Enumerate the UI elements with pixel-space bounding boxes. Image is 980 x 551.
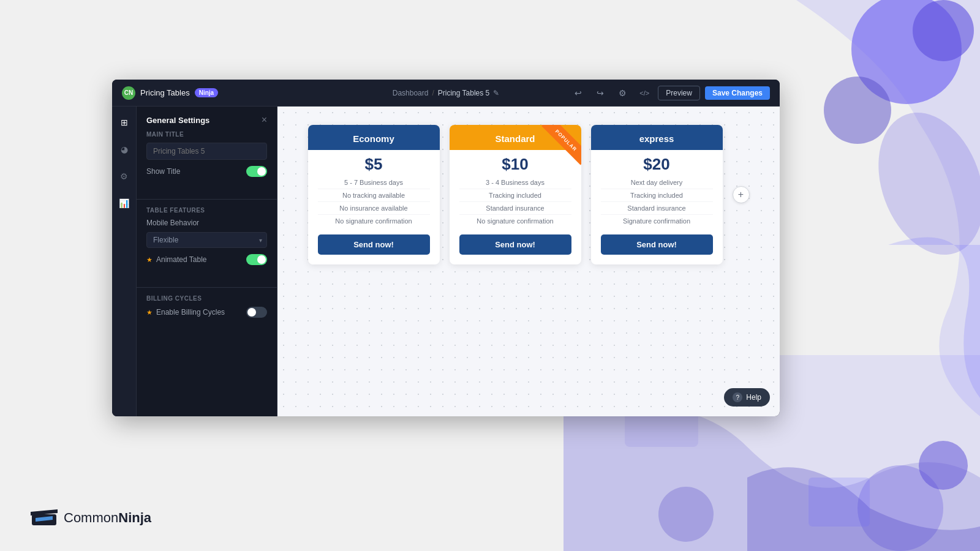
bottom-brand: CommonNinja: [31, 509, 151, 527]
preview-button[interactable]: Preview: [658, 86, 700, 100]
bottom-brand-text: CommonNinja: [64, 510, 151, 526]
add-column-button[interactable]: +: [733, 186, 750, 203]
brand-icon: CN: [122, 86, 135, 100]
brand-title: Pricing Tables: [140, 88, 190, 97]
divider-1: [137, 199, 277, 200]
panel-header: General Settings ×: [137, 107, 277, 131]
main-title-input[interactable]: [146, 143, 267, 160]
card-name-economy: Economy: [318, 133, 430, 144]
svg-point-6: [919, 441, 968, 490]
divider-2: [137, 287, 277, 288]
redo-button[interactable]: ↪: [592, 84, 609, 102]
popular-badge: POPULAR: [538, 125, 581, 168]
main-content: ⊞ ◕ ⚙ 📊 General Settings × Main Title Sh…: [112, 107, 780, 416]
breadcrumb-current: Pricing Tables 5: [438, 89, 490, 97]
card-button-standard[interactable]: Send now!: [459, 234, 571, 255]
sidebar-item-table[interactable]: ⊞: [116, 114, 133, 131]
mobile-behavior-wrapper: Flexible Stack Scroll: [146, 232, 267, 248]
show-title-toggle[interactable]: [246, 166, 267, 177]
sidebar-item-chart[interactable]: 📊: [116, 195, 133, 212]
card-body-express: $20 Next day delivery Tracking included …: [591, 150, 723, 264]
breadcrumb-separator: /: [432, 89, 434, 97]
show-title-row: Show Title: [146, 166, 267, 177]
save-button[interactable]: Save Changes: [705, 86, 770, 100]
card-feature: Signature confirmation: [601, 215, 713, 227]
star-icon-animated: ★: [146, 256, 153, 264]
card-name-express: express: [601, 133, 713, 144]
close-button[interactable]: ×: [262, 115, 267, 125]
sidebar-item-settings[interactable]: ⚙: [116, 168, 133, 185]
enable-billing-row: ★ Enable Billing Cycles: [146, 307, 267, 318]
svg-rect-8: [809, 478, 870, 527]
card-feature: No signature confirmation: [318, 215, 430, 227]
breadcrumb-home: Dashboard: [393, 89, 429, 97]
card-price-economy: $5: [318, 150, 430, 176]
enable-billing-toggle[interactable]: [246, 307, 267, 318]
card-header-economy: Economy: [308, 125, 440, 150]
svg-point-3: [860, 98, 980, 269]
mobile-behavior-select[interactable]: Flexible Stack Scroll: [146, 232, 267, 248]
card-feature: Standard insurance: [601, 202, 713, 215]
card-header-express: express: [591, 125, 723, 150]
animated-table-row: ★ Animated Table: [146, 254, 267, 265]
table-features-section: Table Features Mobile Behavior Flexible …: [137, 207, 277, 280]
card-feature: Standard insurance: [459, 202, 571, 215]
general-section: Main Title Show Title: [137, 131, 277, 192]
topbar: CN Pricing Tables Ninja Dashboard / Pric…: [112, 80, 780, 107]
table-features-title: Table Features: [146, 207, 267, 214]
animated-table-toggle[interactable]: [246, 254, 267, 265]
pricing-card-standard: POPULAR Standard $10 3 - 4 Business days…: [450, 125, 581, 264]
card-price-express: $20: [601, 150, 713, 176]
pricing-card-express: express $20 Next day delivery Tracking i…: [591, 125, 723, 264]
star-icon-billing: ★: [146, 309, 153, 317]
card-feature: No signature confirmation: [459, 215, 571, 227]
app-window: CN Pricing Tables Ninja Dashboard / Pric…: [112, 80, 780, 416]
show-title-label: Show Title: [146, 167, 180, 176]
card-button-express[interactable]: Send now!: [601, 234, 713, 255]
edit-icon[interactable]: ✎: [493, 89, 499, 97]
settings-button[interactable]: ⚙: [614, 84, 631, 102]
svg-point-1: [913, 0, 974, 61]
card-feature: No insurance available: [318, 202, 430, 215]
pricing-cards: Economy $5 5 - 7 Business days No tracki…: [308, 125, 750, 264]
preview-area: Economy $5 5 - 7 Business days No tracki…: [277, 107, 780, 416]
svg-point-5: [858, 465, 943, 551]
brand: CN Pricing Tables Ninja: [122, 86, 218, 100]
help-icon: ?: [733, 392, 742, 402]
sidebar-item-palette[interactable]: ◕: [116, 141, 133, 158]
card-feature: 5 - 7 Business days: [318, 176, 430, 189]
card-body-economy: $5 5 - 7 Business days No tracking avail…: [308, 150, 440, 264]
popular-badge-text: POPULAR: [541, 125, 581, 165]
enable-billing-label: Enable Billing Cycles: [156, 308, 243, 317]
pricing-card-economy: Economy $5 5 - 7 Business days No tracki…: [308, 125, 440, 264]
billing-cycles-section: Billing Cycles ★ Enable Billing Cycles: [137, 295, 277, 332]
help-button[interactable]: ? Help: [724, 388, 770, 407]
sidebar-icons: ⊞ ◕ ⚙ 📊: [112, 107, 137, 416]
svg-point-9: [658, 487, 714, 542]
mobile-behavior-row: Mobile Behavior: [146, 219, 267, 227]
undo-button[interactable]: ↩: [570, 84, 587, 102]
svg-point-0: [851, 0, 962, 104]
billing-cycles-title: Billing Cycles: [146, 295, 267, 302]
help-label: Help: [746, 393, 761, 402]
card-feature: Next day delivery: [601, 176, 713, 189]
ninja-badge: Ninja: [195, 88, 218, 97]
mobile-behavior-label: Mobile Behavior: [146, 219, 199, 227]
animated-table-label: Animated Table: [156, 255, 243, 264]
main-title-label: Main Title: [146, 131, 267, 138]
card-feature: 3 - 4 Business days: [459, 176, 571, 189]
bottom-brand-logo-icon: [31, 509, 58, 527]
card-feature: Tracking included: [459, 189, 571, 202]
panel-title: General Settings: [146, 116, 209, 125]
card-button-economy[interactable]: Send now!: [318, 234, 430, 255]
svg-point-2: [824, 77, 891, 144]
topbar-actions: ↩ ↪ ⚙ </> Preview Save Changes: [570, 84, 770, 102]
code-button[interactable]: </>: [636, 84, 653, 102]
card-feature: No tracking available: [318, 189, 430, 202]
breadcrumb: Dashboard / Pricing Tables 5 ✎: [393, 89, 500, 97]
settings-panel: General Settings × Main Title Show Title…: [137, 107, 277, 416]
card-feature: Tracking included: [601, 189, 713, 202]
